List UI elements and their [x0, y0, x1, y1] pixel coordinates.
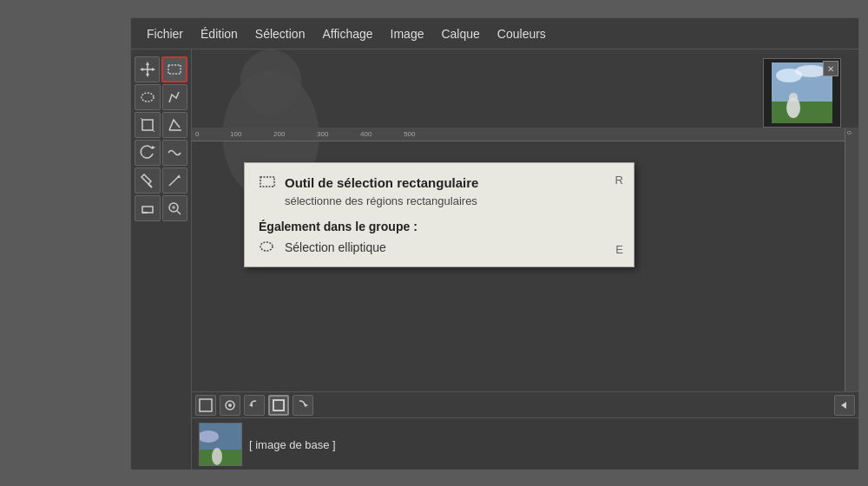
svg-marker-38	[841, 402, 846, 409]
layer-row: [ image de base ]	[192, 418, 858, 470]
wave-tool-button[interactable]	[162, 140, 188, 166]
toolbar-area: ✕ 0 100 200 300 400 500 0	[131, 49, 858, 470]
move-tool-button[interactable]	[135, 56, 160, 82]
ruler-label-300: 300	[317, 130, 328, 138]
ruler-label-500: 500	[404, 130, 415, 138]
svg-rect-27	[772, 102, 832, 123]
tool-row-4	[135, 140, 187, 166]
svg-marker-2	[146, 62, 149, 65]
vertical-ruler: 0	[845, 128, 858, 391]
svg-point-41	[212, 448, 222, 465]
thumbnail-close-button[interactable]: ✕	[823, 61, 838, 76]
eraser-tool-button[interactable]	[135, 195, 161, 221]
layer-name-label: [ image de base ]	[249, 438, 336, 451]
menu-calque[interactable]: Calque	[432, 23, 488, 44]
rotate-tool-button[interactable]	[135, 140, 161, 166]
menu-edition[interactable]: Édition	[192, 23, 247, 44]
tooltip-popup: Outil de sélection rectangulaire R sélec…	[244, 162, 635, 267]
lasso-tool-button[interactable]	[135, 84, 161, 110]
svg-point-22	[240, 49, 302, 114]
ruler-label-0: 0	[195, 130, 199, 138]
tool-row-6	[135, 195, 187, 221]
tooltip-description: sélectionne des régions rectangulaires	[285, 194, 620, 207]
main-window: Fichier Édition Sélection Affichage Imag…	[130, 17, 859, 469]
svg-marker-4	[140, 68, 143, 71]
svg-point-31	[260, 242, 273, 251]
zoom-tool-button[interactable]	[162, 195, 188, 221]
rect-select-tool-button[interactable]	[161, 56, 187, 82]
menu-image[interactable]: Image	[382, 23, 433, 44]
image-thumbnail: ✕	[763, 58, 841, 128]
svg-rect-6	[168, 65, 181, 74]
tooltip-group-title: Également dans le groupe :	[259, 220, 620, 233]
tool-row-2	[135, 84, 187, 110]
menu-affichage[interactable]: Affichage	[313, 23, 381, 44]
menu-fichier[interactable]: Fichier	[138, 23, 192, 44]
transform-tool-button[interactable]	[162, 112, 188, 138]
menu-selection[interactable]: Sélection	[247, 23, 314, 44]
tool-row-3	[135, 112, 187, 138]
svg-marker-12	[152, 146, 155, 149]
ruler-label-100: 100	[230, 130, 241, 138]
app-wrapper: Fichier Édition Sélection Affichage Imag…	[0, 0, 868, 486]
menu-couleurs[interactable]: Couleurs	[489, 23, 555, 44]
bottom-btn-collapse[interactable]	[834, 395, 855, 416]
horizontal-ruler: 0 100 200 300 400 500	[192, 128, 858, 141]
svg-line-10	[153, 130, 155, 132]
bottom-btn-back[interactable]	[293, 395, 313, 416]
tooltip-rect-select-icon	[259, 174, 276, 191]
bottom-btn-layer[interactable]	[268, 395, 289, 416]
svg-point-34	[228, 404, 232, 407]
svg-point-29	[789, 93, 798, 102]
svg-line-18	[177, 211, 181, 214]
tools-panel	[131, 49, 192, 470]
svg-marker-3	[146, 74, 149, 77]
tooltip-header: Outil de sélection rectangulaire R	[259, 174, 620, 191]
tool-row-5	[135, 167, 187, 194]
svg-marker-5	[152, 68, 155, 71]
svg-marker-37	[305, 404, 308, 407]
pen-tool-button[interactable]	[162, 167, 188, 194]
tooltip-group-item-ellipse: Sélection elliptique E	[259, 239, 620, 256]
svg-rect-15	[142, 207, 153, 213]
bottom-bar: [ image de base ]	[192, 391, 858, 470]
ruler-label-400: 400	[360, 130, 372, 138]
svg-rect-30	[260, 177, 274, 187]
tool-row-1	[135, 56, 187, 82]
crop-tool-button[interactable]	[135, 112, 161, 138]
svg-point-7	[141, 93, 154, 102]
content-area: ✕ 0 100 200 300 400 500 0	[192, 49, 858, 470]
svg-rect-8	[142, 120, 153, 130]
bottom-btn-undo[interactable]	[244, 395, 265, 416]
svg-point-26	[795, 65, 826, 77]
tooltip-title: Outil de sélection rectangulaire	[285, 175, 478, 190]
tooltip-group-shortcut: E	[615, 243, 623, 256]
fill-tool-button[interactable]	[135, 167, 161, 194]
bottom-toolbar	[192, 392, 858, 418]
tooltip-shortcut: R	[615, 174, 623, 187]
ruler-label-200: 200	[273, 130, 285, 138]
svg-marker-14	[177, 174, 181, 178]
layer-thumbnail	[199, 423, 242, 466]
svg-line-9	[141, 118, 142, 120]
svg-rect-36	[273, 400, 284, 410]
tooltip-group-item-label: Sélection elliptique	[285, 240, 386, 254]
ruler-v-label-0: 0	[846, 131, 852, 135]
tooltip-ellipse-icon	[259, 239, 276, 256]
svg-rect-32	[200, 399, 212, 411]
bottom-btn-visibility[interactable]	[220, 395, 240, 416]
free-select-tool-button[interactable]	[162, 84, 188, 110]
menubar: Fichier Édition Sélection Affichage Imag…	[131, 18, 858, 49]
bottom-btn-frame[interactable]	[195, 395, 216, 416]
